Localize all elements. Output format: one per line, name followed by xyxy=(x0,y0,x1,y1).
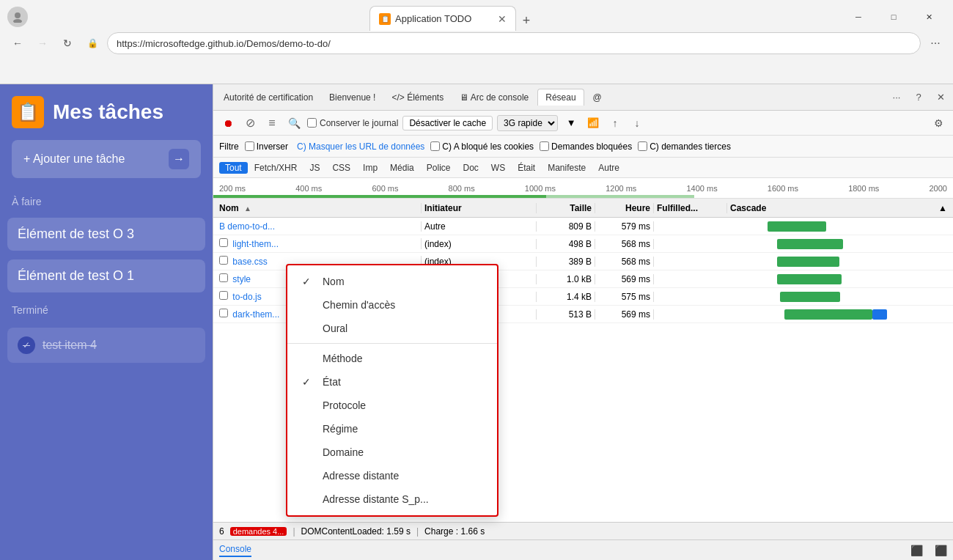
app-icon: 📋 xyxy=(12,96,44,128)
row-size: 1.0 kB xyxy=(537,274,595,284)
row-time: 569 ms xyxy=(595,274,654,284)
tab-at[interactable]: @ xyxy=(586,89,609,106)
add-task-label: + Ajouter une tâche xyxy=(23,152,125,166)
network-conditions-icon[interactable]: 📶 xyxy=(584,114,602,132)
dock-left-icon[interactable]: ⬛ xyxy=(910,545,923,556)
add-task-button[interactable]: + Ajouter une tâche → xyxy=(12,140,201,178)
menu-item-etat[interactable]: ✓ État xyxy=(287,370,497,394)
add-task-arrow-icon: → xyxy=(169,149,189,169)
maximize-button[interactable]: □ xyxy=(877,5,910,29)
timeline-secondary-bar xyxy=(546,195,694,198)
type-filter-was[interactable]: Était xyxy=(512,162,541,174)
minimize-button[interactable]: ─ xyxy=(842,5,875,29)
tab-elements[interactable]: </> Éléments xyxy=(384,89,451,106)
address-input[interactable] xyxy=(107,32,921,54)
dock-bottom-icon[interactable]: ⬛ xyxy=(935,545,947,556)
tab-bienvenue[interactable]: Bienvenue ! xyxy=(322,89,383,106)
browser-tab[interactable]: 📋 Application TODO ✕ xyxy=(369,6,516,31)
sidebar-header: 📋 Mes tâches xyxy=(0,84,213,140)
col-header-fulfilled[interactable]: Fulfilled... xyxy=(654,203,727,213)
table-row[interactable]: B demo-to-d... Autre 809 B 579 ms xyxy=(213,218,953,235)
menu-item-nom[interactable]: ✓ Nom xyxy=(287,270,497,293)
type-filter-fetch[interactable]: Fetch/XHR xyxy=(249,162,303,174)
refresh-button[interactable]: ↻ xyxy=(57,33,78,54)
devtools-tabs-bar: Autorité de certification Bienvenue ! </… xyxy=(213,84,953,111)
task-item-2[interactable]: Élément de test O 1 xyxy=(7,259,205,292)
row-time: 579 ms xyxy=(595,221,654,232)
hide-data-urls-link[interactable]: C) Masquer les URL de données xyxy=(297,141,424,152)
menu-item-adresse[interactable]: Adresse distante xyxy=(287,464,497,487)
type-filter-css[interactable]: CSS xyxy=(326,162,356,174)
throttle-dropdown-icon[interactable]: ▼ xyxy=(562,114,580,132)
menu-item-adresse-sp[interactable]: Adresse distante S_p... xyxy=(287,487,497,511)
col-header-size[interactable]: Taille xyxy=(537,203,595,213)
tab-console[interactable]: 🖥 Arc de console xyxy=(452,89,536,106)
filter-button[interactable]: 🔍 xyxy=(285,114,303,132)
type-filter-all[interactable]: Tout xyxy=(219,162,248,174)
third-party-checkbox[interactable]: C) demandes tierces xyxy=(638,141,731,152)
record-button[interactable]: ⏺ xyxy=(219,114,237,132)
col-header-time[interactable]: Heure xyxy=(595,203,654,213)
tab-network[interactable]: Réseau xyxy=(537,89,584,106)
col-header-cascade[interactable]: Cascade ▲ xyxy=(727,203,950,213)
devtools-footer: 6 demandes 4... | DOMContentLoaded: 1.59… xyxy=(213,522,953,539)
devtools-more-button[interactable]: ··· xyxy=(887,88,906,107)
type-filter-ws[interactable]: WS xyxy=(485,162,511,174)
type-filter-media[interactable]: Média xyxy=(384,162,420,174)
row-size: 513 B xyxy=(537,309,595,320)
timeline-labels: 200 ms 400 ms 600 ms 800 ms 1000 ms 1200… xyxy=(219,184,947,193)
completed-task-1[interactable]: ✓ test item 4 xyxy=(7,328,205,363)
menu-item-label: Adresse distante S_p... xyxy=(323,493,482,505)
type-filter-other[interactable]: Autre xyxy=(592,162,625,174)
more-options-button[interactable]: ··· xyxy=(925,33,946,54)
menu-item-methode[interactable]: Méthode xyxy=(287,347,497,370)
blocked-requests-checkbox[interactable]: Demandes bloquées xyxy=(540,141,632,152)
tab-certification[interactable]: Autorité de certification xyxy=(216,89,320,106)
devtools-help-button[interactable]: ? xyxy=(909,88,928,107)
type-filter-doc[interactable]: Doc xyxy=(457,162,484,174)
dom-content-loaded: DOMContentLoaded: 1.59 s xyxy=(301,526,411,537)
checkmark-icon: ✓ xyxy=(302,376,314,388)
stop-recording-button[interactable]: ⊘ xyxy=(241,114,259,132)
back-button[interactable]: ← xyxy=(7,33,28,54)
invert-checkbox[interactable]: Inverser xyxy=(245,141,288,152)
type-filter-js[interactable]: JS xyxy=(303,162,325,174)
filter-options: Inverser C) Masquer les URL de données xyxy=(245,141,425,152)
col-header-name[interactable]: Nom ▲ xyxy=(216,203,422,213)
user-avatar xyxy=(7,7,28,27)
menu-item-protocole[interactable]: Protocole xyxy=(287,394,497,417)
settings-button[interactable]: ⚙ xyxy=(930,114,947,132)
export-button[interactable]: ↓ xyxy=(628,114,646,132)
clear-button[interactable]: ≡ xyxy=(263,114,281,132)
disable-cache-button[interactable]: Désactiver le cache xyxy=(402,116,493,130)
throttle-select[interactable]: 3G rapide xyxy=(497,115,558,131)
context-menu: ✓ Nom Chemin d'accès Oural Méthode ✓ Éta… xyxy=(286,264,498,517)
console-tab[interactable]: Console xyxy=(219,544,251,557)
table-row[interactable]: light-them... (index) 498 B 568 ms xyxy=(213,235,953,253)
blocked-cookies-checkbox[interactable]: C) A bloqué les cookies xyxy=(430,141,534,152)
check-circle-icon: ✓ xyxy=(18,336,35,354)
menu-item-regime[interactable]: Régime xyxy=(287,417,497,441)
timeline-progress-bar xyxy=(213,195,546,198)
table-header: Nom ▲ Initiateur Taille Heure Fulfilled.… xyxy=(213,199,953,218)
type-filter-manifest[interactable]: Manifeste xyxy=(542,162,592,174)
tab-title: Application TODO xyxy=(395,13,493,24)
col-header-initiator[interactable]: Initiateur xyxy=(422,203,537,213)
completed-task-label: test item 4 xyxy=(43,339,97,352)
menu-item-label: Chemin d'accès xyxy=(323,299,482,311)
task-item-1[interactable]: Élément de test O 3 xyxy=(7,218,205,251)
new-tab-button[interactable]: + xyxy=(516,10,537,31)
forward-button[interactable]: → xyxy=(32,33,53,54)
type-filter-font[interactable]: Police xyxy=(421,162,457,174)
menu-item-oural[interactable]: Oural xyxy=(287,317,497,340)
preserve-log-checkbox[interactable]: Conserver le journal xyxy=(307,118,398,128)
type-filter-imp[interactable]: Imp xyxy=(357,162,383,174)
devtools-close-button[interactable]: ✕ xyxy=(931,88,950,107)
todo-section-label: À faire xyxy=(0,190,213,213)
import-button[interactable]: ↑ xyxy=(606,114,624,132)
request-count: 6 xyxy=(219,526,224,537)
tab-close-button[interactable]: ✕ xyxy=(498,13,507,25)
menu-item-domaine[interactable]: Domaine xyxy=(287,441,497,464)
menu-item-chemin[interactable]: Chemin d'accès xyxy=(287,293,497,317)
close-button[interactable]: ✕ xyxy=(912,5,946,29)
